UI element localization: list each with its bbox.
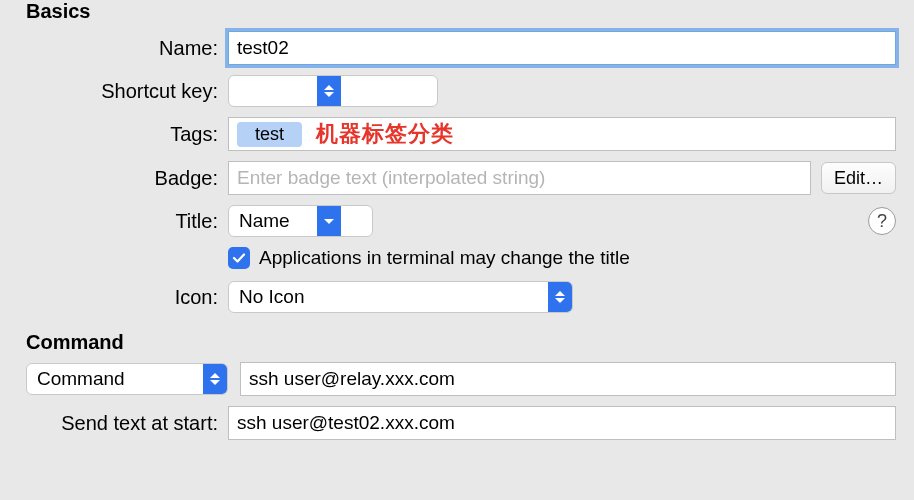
tags-input[interactable]: test 机器标签分类 <box>228 117 896 151</box>
command-input[interactable] <box>240 362 896 396</box>
edit-badge-button[interactable]: Edit… <box>821 162 896 194</box>
send-text-label: Send text at start: <box>0 412 228 435</box>
basics-heading: Basics <box>26 0 914 23</box>
chevron-down-icon <box>317 206 341 236</box>
command-heading: Command <box>26 331 914 354</box>
title-change-checkbox[interactable]: Applications in terminal may change the … <box>228 247 914 269</box>
title-value: Name <box>229 206 317 236</box>
tags-label: Tags: <box>0 123 228 146</box>
command-mode-value: Command <box>27 364 203 394</box>
badge-input[interactable] <box>228 161 811 195</box>
name-input[interactable] <box>228 31 896 65</box>
tags-annotation: 机器标签分类 <box>316 119 454 149</box>
checkmark-icon <box>228 247 250 269</box>
title-change-checkbox-label: Applications in terminal may change the … <box>259 247 630 269</box>
icon-value: No Icon <box>229 282 548 312</box>
shortcut-key-dropdown[interactable] <box>228 75 438 107</box>
name-label: Name: <box>0 37 228 60</box>
help-button[interactable]: ? <box>868 207 896 235</box>
updown-icon <box>317 76 341 106</box>
title-dropdown[interactable]: Name <box>228 205 373 237</box>
send-text-input[interactable] <box>228 406 896 440</box>
title-label: Title: <box>0 210 228 233</box>
command-mode-dropdown[interactable]: Command <box>26 363 228 395</box>
shortcut-key-value <box>229 76 317 106</box>
icon-dropdown[interactable]: No Icon <box>228 281 573 313</box>
tag-pill[interactable]: test <box>237 122 302 147</box>
badge-label: Badge: <box>0 167 228 190</box>
updown-icon <box>548 282 572 312</box>
shortcut-key-label: Shortcut key: <box>0 80 228 103</box>
updown-icon <box>203 364 227 394</box>
icon-label: Icon: <box>0 286 228 309</box>
